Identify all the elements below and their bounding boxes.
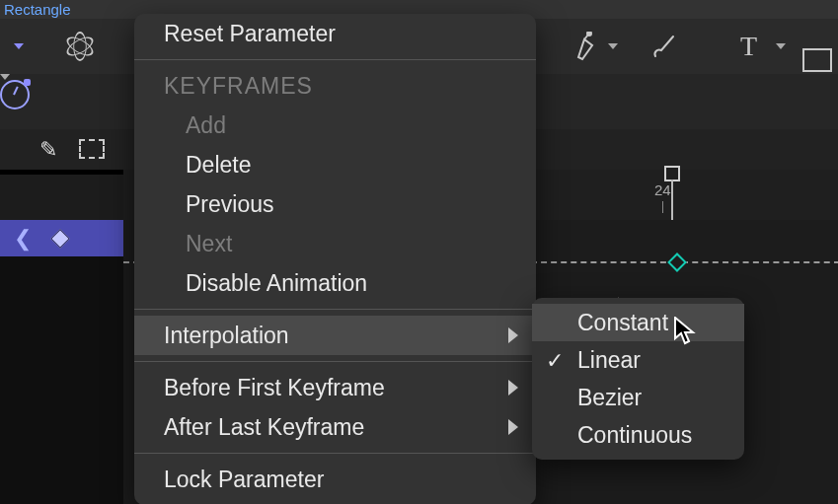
- pen-tool-icon[interactable]: [574, 19, 600, 74]
- menu-after-last-keyframe[interactable]: After Last Keyframe: [134, 407, 536, 447]
- submenu-arrow-icon: [508, 380, 518, 396]
- marquee-icon[interactable]: [79, 139, 105, 159]
- menu-reset-parameter[interactable]: Reset Parameter: [134, 14, 536, 53]
- pen-tool-dropdown[interactable]: [608, 19, 618, 74]
- submenu-linear-label: Linear: [577, 347, 641, 373]
- ruler-tick: 24: [654, 181, 671, 198]
- menu-interpolation[interactable]: Interpolation: [134, 316, 536, 355]
- value-guide-line: [682, 261, 838, 263]
- submenu-linear[interactable]: ✓ Linear: [532, 341, 744, 379]
- filters-icon[interactable]: [65, 19, 95, 74]
- menu-delete-keyframe[interactable]: Delete: [134, 145, 536, 184]
- back-icon[interactable]: ❮: [14, 226, 32, 252]
- playhead[interactable]: [664, 166, 680, 183]
- menu-separator: [134, 453, 536, 454]
- menu-interpolation-label: Interpolation: [164, 323, 289, 348]
- brush-tool-icon[interactable]: [651, 19, 679, 74]
- menu-separator: [134, 361, 536, 362]
- edit-icon[interactable]: ✎: [39, 137, 57, 163]
- menu-lock-parameter[interactable]: Lock Parameter: [134, 460, 536, 499]
- menu-previous-keyframe[interactable]: Previous: [134, 184, 536, 224]
- text-tool-label: T: [740, 31, 757, 62]
- keyframe-node[interactable]: [667, 252, 687, 272]
- menu-disable-animation[interactable]: Disable Animation: [134, 263, 536, 303]
- rectangle-tool-icon[interactable]: [802, 48, 832, 72]
- menu-section-keyframes: KEYFRAMES: [134, 66, 536, 106]
- keyframe-indicator[interactable]: [50, 229, 70, 249]
- submenu-arrow-icon: [508, 327, 518, 343]
- text-tool-dropdown[interactable]: [776, 19, 786, 74]
- mouse-cursor-icon: [674, 317, 696, 346]
- submenu-arrow-icon: [508, 419, 518, 435]
- submenu-bezier[interactable]: Bezier: [532, 379, 744, 416]
- parameter-context-menu: Reset Parameter KEYFRAMES Add Delete Pre…: [134, 14, 536, 504]
- menu-before-label: Before First Keyframe: [164, 375, 385, 400]
- submenu-continuous[interactable]: Continuous: [532, 416, 744, 454]
- text-tool-icon[interactable]: T: [740, 19, 757, 74]
- svg-point-0: [587, 32, 591, 36]
- menu-separator: [134, 59, 536, 60]
- menu-after-label: After Last Keyframe: [164, 414, 364, 440]
- menu-next-keyframe: Next: [134, 224, 536, 263]
- check-icon: ✓: [546, 347, 564, 375]
- track-list-empty: [0, 256, 123, 504]
- track-header[interactable]: ❮: [0, 220, 123, 256]
- ruler-tick-label: 24: [654, 181, 671, 198]
- menu-add-keyframe: Add: [134, 106, 536, 145]
- interpolation-submenu: Constant ✓ Linear Bezier Continuous: [532, 298, 744, 460]
- panel-splitter[interactable]: [0, 170, 123, 175]
- menu-before-first-keyframe[interactable]: Before First Keyframe: [134, 368, 536, 407]
- toolbar-dropdown-indicator[interactable]: [14, 19, 24, 74]
- submenu-constant[interactable]: Constant: [532, 304, 744, 341]
- menu-separator: [134, 309, 536, 310]
- app-root: Rectangle T ✎ 24 ❮: [0, 0, 838, 504]
